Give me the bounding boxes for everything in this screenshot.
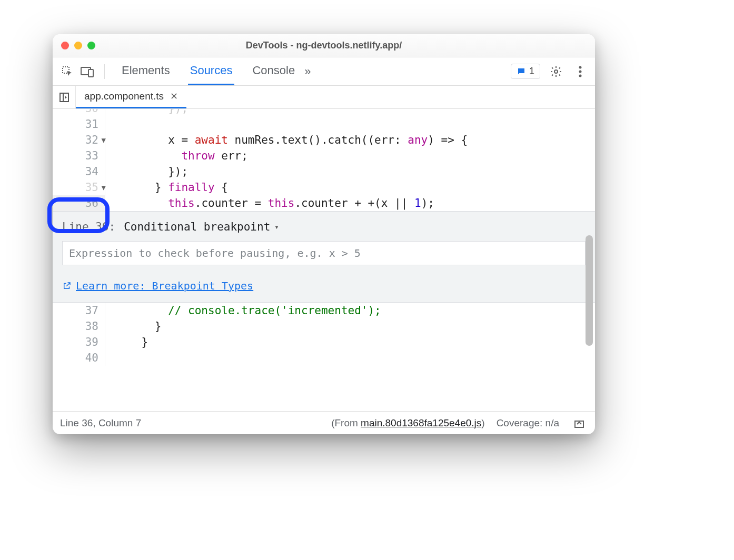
minimize-window-button[interactable]	[74, 42, 82, 49]
breakpoint-type-dropdown[interactable]: Conditional breakpoint	[124, 219, 279, 235]
line-number[interactable]: 34	[53, 164, 105, 179]
toolbar-separator	[104, 64, 105, 79]
code-line[interactable]: 30 });	[53, 109, 595, 116]
close-window-button[interactable]	[61, 42, 69, 49]
devtools-toolbar: Elements Sources Console » 1	[53, 57, 595, 86]
panel-tabs: Elements Sources Console	[120, 57, 297, 85]
code-text	[105, 116, 115, 132]
code-text: });	[105, 109, 188, 116]
tab-sources[interactable]: Sources	[188, 57, 235, 85]
code-text	[105, 350, 115, 366]
svg-rect-2	[88, 69, 93, 77]
issues-badge[interactable]: 1	[511, 64, 540, 79]
svg-point-5	[579, 70, 582, 73]
window-controls	[61, 42, 95, 49]
line-number[interactable]: 33	[53, 148, 105, 164]
kebab-menu-icon[interactable]	[572, 63, 589, 80]
code-text: }	[105, 318, 162, 334]
code-text: }	[105, 334, 148, 350]
device-toolbar-icon[interactable]	[79, 63, 96, 80]
svg-point-4	[579, 66, 582, 68]
tab-elements[interactable]: Elements	[120, 57, 172, 85]
scrollbar-thumb[interactable]	[586, 235, 593, 346]
line-number[interactable]: 35▼	[53, 179, 105, 195]
titlebar: DevTools - ng-devtools.netlify.app/	[53, 34, 595, 57]
navigator-toggle-icon[interactable]	[53, 86, 76, 108]
code-text: throw err;	[105, 148, 248, 164]
coverage-panel-icon[interactable]	[571, 415, 588, 432]
svg-point-6	[579, 74, 582, 77]
more-tabs-button[interactable]: »	[304, 65, 311, 78]
line-number[interactable]: 30	[53, 109, 105, 116]
file-tab-label: app.component.ts	[84, 91, 164, 102]
issues-count: 1	[529, 66, 534, 77]
code-line[interactable]: 38 }	[53, 318, 595, 334]
learn-more-link[interactable]: Learn more: Breakpoint Types	[62, 278, 253, 294]
file-tab-app-component[interactable]: app.component.ts ✕	[76, 86, 186, 108]
line-number[interactable]: 40	[53, 350, 105, 366]
tab-console[interactable]: Console	[250, 57, 297, 85]
line-number[interactable]: 36	[53, 195, 105, 211]
code-line[interactable]: 40	[53, 350, 595, 366]
external-link-icon	[62, 281, 72, 291]
close-tab-icon[interactable]: ✕	[170, 91, 178, 102]
statusbar: Line 36, Column 7 (From main.80d1368fa12…	[53, 411, 595, 434]
code-text: });	[105, 164, 188, 179]
line-number[interactable]: 39	[53, 334, 105, 350]
editor-area: 30 });3132▼ x = await numRes.text().catc…	[53, 109, 595, 411]
breakpoint-condition-input[interactable]	[62, 241, 586, 265]
code-line[interactable]: 37 // console.trace('incremented');	[53, 303, 595, 318]
code-line[interactable]: 34 });	[53, 164, 595, 179]
breakpoint-editor-panel: Line 36: Conditional breakpoint Learn mo…	[53, 211, 595, 303]
code-text: this.counter = this.counter + +(x || 1);	[105, 195, 434, 211]
inspect-element-icon[interactable]	[59, 63, 76, 80]
line-number[interactable]: 37	[53, 303, 105, 318]
settings-icon[interactable]	[548, 63, 564, 80]
editor-tabs: app.component.ts ✕	[53, 86, 595, 109]
code-text: } finally {	[105, 179, 228, 195]
code-line[interactable]: 31	[53, 116, 595, 132]
code-line[interactable]: 32▼ x = await numRes.text().catch((err: …	[53, 132, 595, 148]
code-line[interactable]: 39 }	[53, 334, 595, 350]
source-mapped-from: (From main.80d1368fa125e4e0.js)	[331, 417, 485, 429]
source-map-link[interactable]: main.80d1368fa125e4e0.js	[361, 417, 481, 428]
code-line[interactable]: 33 throw err;	[53, 148, 595, 164]
cursor-position: Line 36, Column 7	[60, 417, 141, 429]
devtools-window: DevTools - ng-devtools.netlify.app/ Elem…	[53, 34, 595, 434]
message-icon	[517, 67, 526, 76]
coverage-status: Coverage: n/a	[497, 417, 559, 429]
line-number[interactable]: 38	[53, 318, 105, 334]
line-number[interactable]: 32▼	[53, 132, 105, 148]
code-text: x = await numRes.text().catch((err: any)…	[105, 132, 468, 148]
fold-toggle-icon[interactable]: ▼	[102, 179, 106, 195]
svg-point-3	[554, 70, 558, 73]
breakpoint-line-label: Line 36:	[62, 219, 115, 235]
maximize-window-button[interactable]	[87, 42, 95, 49]
code-line[interactable]: 36 this.counter = this.counter + +(x || …	[53, 195, 595, 211]
code-text: // console.trace('incremented');	[105, 303, 381, 318]
line-number[interactable]: 31	[53, 116, 105, 132]
code-line[interactable]: 35▼ } finally {	[53, 179, 595, 195]
window-title: DevTools - ng-devtools.netlify.app/	[53, 40, 595, 51]
fold-toggle-icon[interactable]: ▼	[102, 132, 106, 148]
svg-rect-7	[60, 93, 68, 102]
code-editor[interactable]: 30 });3132▼ x = await numRes.text().catc…	[53, 109, 595, 411]
